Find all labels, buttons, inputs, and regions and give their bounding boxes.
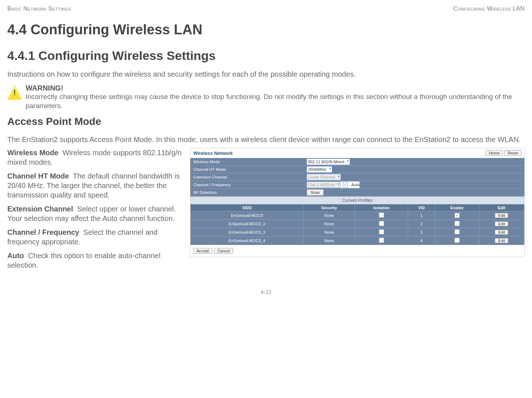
wireless-mode-select[interactable]: 802.11 B/G/N Mixed — [307, 158, 350, 165]
cell-ssid: EnGeniusE461C0_4 — [191, 237, 304, 245]
col-vid: VID — [408, 204, 435, 211]
cell-enable: ✓ — [435, 211, 479, 220]
warning-box: WARNING! Incorrectly changing these sett… — [7, 84, 525, 110]
isolation-checkbox[interactable] — [379, 213, 384, 218]
panel-title: Wireless Network — [193, 150, 233, 156]
cell-edit: Edit — [479, 228, 524, 237]
isolation-checkbox[interactable] — [379, 238, 384, 243]
edit-button[interactable]: Edit — [495, 238, 508, 243]
wireless-network-panel: Wireless Network Home Reset Wireless Mod… — [190, 148, 525, 257]
accept-button[interactable]: Accept — [193, 248, 212, 254]
warning-body: Incorrectly changing these settings may … — [26, 92, 525, 110]
cell-edit: Edit — [479, 237, 524, 245]
current-profiles-header: Current Profiles — [190, 196, 524, 204]
profiles-table: SSID Security Isolation VID Enable Edit … — [190, 204, 524, 245]
intro-paragraph: Instructions on how to configure the wir… — [7, 70, 525, 79]
scan-button[interactable]: Scan — [307, 189, 324, 196]
table-row: EnGeniusE461C0_4None4Edit — [191, 237, 524, 245]
col-security: Security — [304, 204, 355, 211]
cell-enable — [435, 220, 479, 228]
enable-checkbox[interactable] — [455, 238, 460, 243]
cell-vid: 2 — [408, 220, 435, 228]
term-channel-ht-mode: Channel HT Mode The default channel band… — [7, 171, 185, 200]
auto-checkbox[interactable]: ✓ — [343, 182, 348, 187]
table-row: EnGeniusE461C0_2None2Edit — [191, 220, 524, 228]
cell-isolation — [355, 228, 408, 237]
cell-security: None — [304, 228, 355, 237]
cell-vid: 3 — [408, 228, 435, 237]
edit-button[interactable]: Edit — [495, 221, 508, 226]
extension-channel-label: Extension Channel — [190, 175, 307, 179]
col-enable: Enable — [435, 204, 479, 211]
cell-vid: 1 — [408, 211, 435, 220]
cell-isolation — [355, 220, 408, 228]
col-edit: Edit — [479, 204, 524, 211]
term-wireless-mode: Wireless Mode Wireless mode supports 802… — [7, 148, 185, 167]
isolation-checkbox[interactable] — [379, 229, 384, 234]
cell-edit: Edit — [479, 220, 524, 228]
cell-edit: Edit — [479, 211, 524, 220]
mode-description: The EnStation2 supports Access Point Mod… — [7, 135, 525, 144]
extension-channel-select[interactable]: Lower Channel — [307, 174, 341, 180]
edit-button[interactable]: Edit — [495, 213, 508, 218]
edit-button[interactable]: Edit — [495, 230, 508, 235]
table-row: EnGeniusE461C0None1✓Edit — [191, 211, 524, 220]
mode-title: Access Point Mode — [7, 116, 525, 127]
reset-button[interactable]: Reset — [504, 150, 521, 156]
cell-security: None — [304, 237, 355, 245]
table-row: EnGeniusE461C0_3None3Edit — [191, 228, 524, 237]
channel-frequency-select[interactable]: Ch6-2.432GHz — [307, 181, 341, 188]
cell-enable — [435, 228, 479, 237]
enable-checkbox[interactable]: ✓ — [455, 213, 460, 218]
term-channel-frequency: Channel / Frequency Select the channel a… — [7, 227, 185, 246]
isolation-checkbox[interactable] — [379, 221, 384, 226]
page-number: 4-22 — [7, 289, 525, 295]
channel-frequency-label: Channel / Frequency — [190, 183, 307, 187]
subsection-title: 4.4.1 Configuring Wireless Settings — [7, 49, 525, 63]
enable-checkbox[interactable] — [455, 229, 460, 234]
col-isolation: Isolation — [355, 204, 408, 211]
col-ssid: SSID — [191, 204, 304, 211]
term-auto: Auto Check this option to enable auto-ch… — [7, 251, 185, 270]
home-button[interactable]: Home — [486, 150, 503, 156]
warning-icon — [7, 85, 22, 100]
cell-security: None — [304, 220, 355, 228]
cell-enable — [435, 237, 479, 245]
cancel-button[interactable]: Cancel — [214, 248, 233, 254]
cell-security: None — [304, 211, 355, 220]
cell-vid: 4 — [408, 237, 435, 245]
running-header-left: Basic Network Settings — [7, 5, 71, 12]
cell-isolation — [355, 237, 408, 245]
ap-detection-label: AP Detection — [190, 190, 307, 195]
warning-label: WARNING! — [26, 84, 525, 92]
cell-ssid: EnGeniusE461C0_2 — [191, 220, 304, 228]
cell-isolation — [355, 211, 408, 220]
channel-ht-select[interactable]: 20/40MHz — [307, 166, 332, 173]
running-header-right: Configuring Wireless LAN — [453, 5, 525, 12]
term-extension-channel: Extension Channel Select upper or lower … — [7, 204, 185, 223]
channel-ht-label: Channel HT Mode — [190, 167, 307, 172]
auto-checkbox-label: Auto — [351, 183, 360, 187]
cell-ssid: EnGeniusE461C0_3 — [191, 228, 304, 237]
section-title: 4.4 Configuring Wireless LAN — [7, 22, 525, 38]
enable-checkbox[interactable] — [455, 221, 460, 226]
wireless-mode-label: Wireless Mode — [190, 160, 307, 164]
cell-ssid: EnGeniusE461C0 — [191, 211, 304, 220]
